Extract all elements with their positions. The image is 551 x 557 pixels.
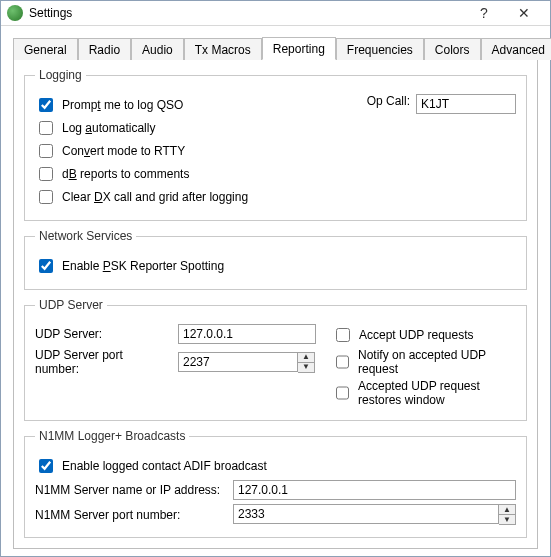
n1mm-port-spin-buttons[interactable]: ▲ ▼ [499, 504, 516, 525]
tab-audio[interactable]: Audio [131, 38, 184, 60]
group-network: Network Services Enable PSK Reporter Spo… [24, 229, 527, 290]
titlebar: Settings ? ✕ [1, 1, 550, 26]
group-n1mm: N1MM Logger+ Broadcasts Enable logged co… [24, 429, 527, 538]
db-comments-checkbox[interactable] [39, 167, 53, 181]
tab-radio-label: Radio [89, 43, 120, 57]
spin-up-icon[interactable]: ▲ [499, 505, 515, 515]
tab-txmacros-label: Tx Macros [195, 43, 251, 57]
tabstrip: General Radio Audio Tx Macros Reporting … [13, 36, 538, 60]
group-udp-legend: UDP Server [35, 298, 107, 312]
udp-restore-checkbox[interactable] [336, 386, 349, 400]
udp-notify-label: Notify on accepted UDP request [358, 348, 516, 376]
n1mm-port-spinner[interactable]: ▲ ▼ [233, 504, 516, 525]
n1mm-server-label: N1MM Server name or IP address: [35, 483, 225, 497]
dialog-footer: OK Cancel [13, 549, 538, 557]
tab-colors-label: Colors [435, 43, 470, 57]
prompt-log-qso-checkbox[interactable] [39, 98, 53, 112]
convert-rtty-label: Convert mode to RTTY [62, 144, 185, 158]
window-title: Settings [29, 6, 464, 20]
tab-reporting-label: Reporting [273, 42, 325, 56]
tab-general[interactable]: General [13, 38, 78, 60]
udp-restore-label: Accepted UDP request restores window [358, 379, 516, 407]
spin-down-icon[interactable]: ▼ [499, 515, 515, 524]
udp-server-input[interactable] [178, 324, 316, 344]
tabpage-reporting: Logging Prompt me to log QSO Log [13, 59, 538, 549]
app-icon [7, 5, 23, 21]
opcall-input[interactable] [416, 94, 516, 114]
spin-up-icon[interactable]: ▲ [298, 353, 314, 363]
prompt-log-qso-label: Prompt me to log QSO [62, 98, 183, 112]
log-automatically-label: Log automatically [62, 121, 155, 135]
udp-port-input[interactable] [178, 352, 298, 372]
tab-colors[interactable]: Colors [424, 38, 481, 60]
tab-frequencies[interactable]: Frequencies [336, 38, 424, 60]
tab-advanced-label: Advanced [492, 43, 545, 57]
opcall-label: Op Call: [367, 94, 410, 108]
settings-window: Settings ? ✕ General Radio Audio Tx Macr… [0, 0, 551, 557]
udp-port-spin-buttons[interactable]: ▲ ▼ [298, 352, 315, 373]
udp-server-label: UDP Server: [35, 327, 170, 341]
udp-accept-checkbox[interactable] [336, 328, 350, 342]
close-button[interactable]: ✕ [504, 1, 544, 25]
n1mm-enable-label: Enable logged contact ADIF broadcast [62, 459, 267, 473]
tab-txmacros[interactable]: Tx Macros [184, 38, 262, 60]
tab-radio[interactable]: Radio [78, 38, 131, 60]
client-area: General Radio Audio Tx Macros Reporting … [1, 26, 550, 557]
group-udp: UDP Server UDP Server: UDP Server port n… [24, 298, 527, 421]
spin-down-icon[interactable]: ▼ [298, 363, 314, 372]
n1mm-port-input[interactable] [233, 504, 499, 524]
n1mm-server-input[interactable] [233, 480, 516, 500]
group-logging-legend: Logging [35, 68, 86, 82]
tab-frequencies-label: Frequencies [347, 43, 413, 57]
clear-dx-label: Clear DX call and grid after logging [62, 190, 248, 204]
n1mm-port-label: N1MM Server port number: [35, 508, 225, 522]
tab-advanced[interactable]: Advanced [481, 38, 551, 60]
tab-reporting[interactable]: Reporting [262, 37, 336, 60]
tab-general-label: General [24, 43, 67, 57]
udp-accept-label: Accept UDP requests [359, 328, 474, 342]
group-network-legend: Network Services [35, 229, 136, 243]
group-logging: Logging Prompt me to log QSO Log [24, 68, 527, 221]
tab-audio-label: Audio [142, 43, 173, 57]
udp-port-spinner[interactable]: ▲ ▼ [178, 352, 315, 373]
db-comments-label: dB reports to comments [62, 167, 189, 181]
psk-reporter-checkbox[interactable] [39, 259, 53, 273]
group-n1mm-legend: N1MM Logger+ Broadcasts [35, 429, 189, 443]
help-button[interactable]: ? [464, 1, 504, 25]
n1mm-enable-checkbox[interactable] [39, 459, 53, 473]
log-automatically-checkbox[interactable] [39, 121, 53, 135]
clear-dx-checkbox[interactable] [39, 190, 53, 204]
psk-reporter-label: Enable PSK Reporter Spotting [62, 259, 224, 273]
convert-rtty-checkbox[interactable] [39, 144, 53, 158]
udp-notify-checkbox[interactable] [336, 355, 349, 369]
udp-port-label: UDP Server port number: [35, 348, 170, 376]
